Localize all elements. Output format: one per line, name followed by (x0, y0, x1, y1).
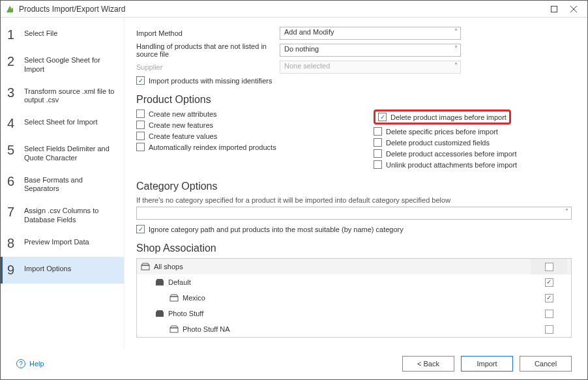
checkbox-icon (136, 110, 145, 118)
step-8[interactable]: 8Preview Import Data (1, 230, 124, 257)
highlighted-option: Delete product images before import (374, 110, 511, 124)
handling-label: Handling of products that are not listed… (136, 42, 280, 58)
help-link[interactable]: ? Help (16, 359, 44, 368)
product-options-right: Delete product images before import Dele… (374, 110, 572, 171)
default-category-select[interactable] (136, 207, 572, 220)
opt-create-features[interactable]: Create new features (136, 121, 334, 129)
supplier-row: Supplier None selected (136, 61, 572, 74)
checkbox-icon (136, 132, 145, 140)
checkbox-icon[interactable] (545, 263, 553, 271)
checkbox-icon (374, 149, 382, 158)
checkbox-icon (374, 160, 382, 169)
step-9[interactable]: 9Import Options (1, 257, 124, 284)
svg-rect-5 (170, 297, 178, 301)
import-button[interactable]: Import (461, 356, 513, 372)
step-4[interactable]: 4Select Sheet for Import (1, 110, 124, 137)
body: 1Select File 2Select Google Sheet for Im… (1, 18, 587, 348)
checkbox-icon[interactable] (545, 325, 553, 334)
step-3[interactable]: 3Transform source .xml file to output .c… (1, 80, 124, 111)
close-icon (570, 6, 577, 12)
wizard-window: Products Import/Export Wizard 1Select Fi… (0, 0, 588, 380)
checkbox-icon (378, 113, 387, 121)
import-method-label: Import Method (136, 29, 280, 37)
opt-unlink-attachments[interactable]: Unlink product attachments before import (374, 160, 572, 169)
product-options-left: Create new attributes Create new feature… (136, 110, 334, 171)
checkbox-icon (136, 143, 145, 151)
step-7[interactable]: 7Assign .csv Columns to Database Fields (1, 199, 124, 230)
shop-row-all[interactable]: All shops (137, 259, 571, 274)
opt-delete-prices[interactable]: Delete specific prices before import (374, 127, 572, 136)
checkbox-icon (374, 127, 382, 136)
import-method-row: Import Method Add and Modify (136, 27, 572, 40)
shop-icon (169, 325, 179, 333)
step-1[interactable]: 1Select File (1, 22, 124, 48)
opt-create-feature-values[interactable]: Create feature values (136, 132, 334, 140)
shop-association-heading: Shop Association (136, 242, 572, 254)
ignore-category-checkbox[interactable]: Ignore category path and put products in… (136, 225, 572, 233)
shop-tree: All shops Default Mexico (136, 258, 572, 338)
import-method-select[interactable]: Add and Modify (280, 27, 461, 40)
checkbox-icon[interactable] (545, 294, 553, 302)
opt-reindex[interactable]: Automatically reindex imported products (136, 143, 334, 151)
wizard-steps: 1Select File 2Select Google Sheet for Im… (1, 18, 125, 348)
svg-rect-6 (156, 312, 164, 317)
checkbox-icon[interactable] (545, 310, 553, 318)
svg-rect-4 (156, 281, 164, 285)
ignore-category-label: Ignore category path and put products in… (149, 226, 404, 233)
svg-rect-7 (170, 328, 178, 332)
content-panel: Import Method Add and Modify Handling of… (125, 18, 587, 348)
back-button[interactable]: < Back (402, 356, 454, 372)
category-options-heading: Category Options (136, 181, 572, 192)
handling-row: Handling of products that are not listed… (136, 42, 572, 58)
window-title: Products Import/Export Wizard (19, 5, 544, 14)
handling-select[interactable]: Do nothing (280, 44, 461, 57)
shop-icon (169, 294, 179, 302)
shop-row-photostuff[interactable]: Photo Stuff (137, 306, 571, 321)
opt-delete-custom-fields[interactable]: Delete product customized fields (374, 138, 572, 147)
import-missing-label: Import products with missing identifiers (149, 77, 272, 85)
shop-icon (155, 278, 164, 286)
footer: ? Help < Back Import Cancel (1, 348, 587, 379)
shop-row-default[interactable]: Default (137, 274, 571, 290)
supplier-select: None selected (280, 61, 461, 74)
app-icon (5, 4, 15, 14)
shop-icon (141, 263, 150, 270)
maximize-button[interactable] (544, 2, 564, 16)
checkbox-icon[interactable] (545, 278, 553, 287)
close-button[interactable] (564, 2, 583, 16)
step-6[interactable]: 6Base Formats and Separators (1, 168, 124, 199)
shop-icon (155, 310, 164, 317)
checkbox-icon (136, 225, 145, 233)
maximize-icon (551, 6, 557, 12)
cancel-button[interactable]: Cancel (520, 356, 572, 372)
shop-row-mexico[interactable]: Mexico (137, 290, 571, 306)
step-5[interactable]: 5Select Fields Delimiter and Quote Chara… (1, 137, 124, 168)
svg-rect-3 (141, 265, 149, 270)
product-options-heading: Product Options (136, 94, 572, 106)
import-missing-checkbox[interactable]: Import products with missing identifiers (136, 76, 572, 85)
svg-rect-0 (551, 6, 557, 12)
opt-create-attributes[interactable]: Create new attributes (136, 110, 334, 118)
supplier-label: Supplier (136, 63, 280, 71)
checkbox-icon (136, 76, 145, 85)
shop-row-photostuff-na[interactable]: Photo Stuff NA (137, 321, 571, 337)
opt-delete-accessories[interactable]: Delete product accessories before import (374, 149, 572, 158)
checkbox-icon (374, 138, 382, 147)
category-desc: If there's no category specified for a p… (136, 196, 572, 204)
step-2[interactable]: 2Select Google Sheet for Import (1, 48, 124, 80)
opt-delete-images[interactable]: Delete product images before import (378, 113, 507, 121)
product-options-grid: Create new attributes Create new feature… (136, 110, 572, 171)
titlebar: Products Import/Export Wizard (1, 1, 587, 18)
checkbox-icon (136, 121, 145, 129)
help-icon: ? (16, 359, 25, 368)
